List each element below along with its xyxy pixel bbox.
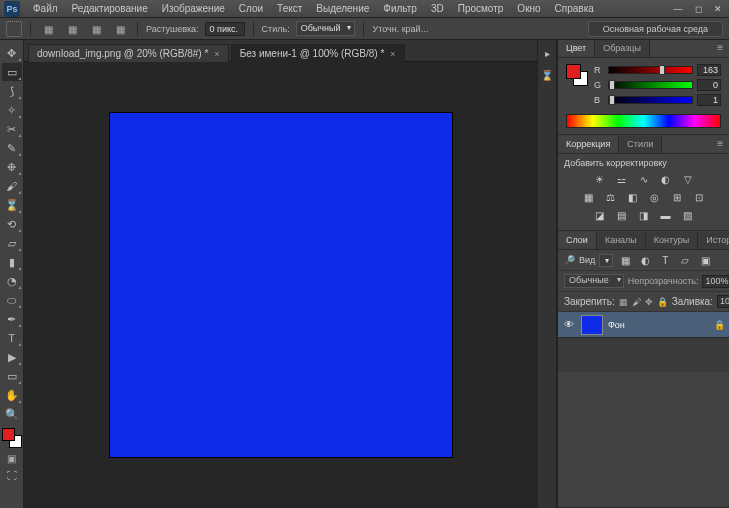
panel-foreground[interactable]	[566, 64, 581, 79]
history-panel-icon[interactable]: ⌛	[540, 68, 554, 82]
marquee-tool[interactable]: ▭	[2, 63, 22, 81]
photo-filter-icon[interactable]: ◎	[647, 190, 663, 204]
vibrance-icon[interactable]: ▽	[680, 172, 696, 186]
blend-mode-select[interactable]: Обычные	[564, 274, 624, 288]
panel-menu-icon[interactable]: ≡	[711, 40, 729, 57]
hue-icon[interactable]: ▦	[581, 190, 597, 204]
eyedropper-tool[interactable]: ✎	[2, 139, 22, 157]
panel-swatches[interactable]	[566, 64, 588, 86]
brightness-icon[interactable]: ☀	[592, 172, 608, 186]
menu-view[interactable]: Просмотр	[451, 1, 511, 16]
history-brush-tool[interactable]: ⟲	[2, 215, 22, 233]
maximize-button[interactable]: ◻	[691, 3, 705, 15]
lock-transparency-icon[interactable]: ▦	[619, 297, 628, 307]
selection-intersect-icon[interactable]: ▦	[111, 23, 129, 37]
type-tool[interactable]: T	[2, 329, 22, 347]
channel-mixer-icon[interactable]: ⊞	[669, 190, 685, 204]
foreground-color[interactable]	[2, 428, 15, 441]
filter-pixel-icon[interactable]: ▦	[617, 253, 633, 267]
r-value[interactable]: 163	[697, 64, 721, 76]
pen-tool[interactable]: ✒	[2, 310, 22, 328]
posterize-icon[interactable]: ▤	[614, 208, 630, 222]
layer-row[interactable]: 👁 Фон 🔒	[558, 312, 729, 338]
workspace-switcher[interactable]: Основная рабочая среда	[588, 21, 723, 37]
lock-pixels-icon[interactable]: 🖌	[632, 297, 641, 307]
tab-paths[interactable]: Контуры	[646, 232, 698, 249]
menu-edit[interactable]: Редактирование	[65, 1, 155, 16]
color-spectrum[interactable]	[566, 114, 721, 128]
gradient-tool[interactable]: ▮	[2, 253, 22, 271]
tab-close-icon[interactable]: ×	[390, 49, 395, 59]
menu-text[interactable]: Текст	[270, 1, 309, 16]
curves-icon[interactable]: ∿	[636, 172, 652, 186]
menu-layers[interactable]: Слои	[232, 1, 270, 16]
lasso-tool[interactable]: ⟆	[2, 82, 22, 100]
tab-styles[interactable]: Стили	[619, 136, 662, 153]
gradient-map-icon[interactable]: ▬	[658, 208, 674, 222]
tab-swatches[interactable]: Образцы	[595, 40, 650, 57]
path-selection-tool[interactable]: ▶	[2, 348, 22, 366]
brush-tool[interactable]: 🖌	[2, 177, 22, 195]
menu-3d[interactable]: 3D	[424, 1, 451, 16]
color-balance-icon[interactable]: ⚖	[603, 190, 619, 204]
visibility-toggle-icon[interactable]: 👁	[562, 319, 576, 330]
tab-close-icon[interactable]: ×	[214, 49, 219, 59]
b-slider[interactable]	[608, 96, 693, 104]
move-tool[interactable]: ✥	[2, 44, 22, 62]
opacity-input[interactable]: 100%	[702, 275, 729, 288]
filter-shape-icon[interactable]: ▱	[677, 253, 693, 267]
minimize-button[interactable]: —	[671, 3, 685, 15]
shape-tool[interactable]: ▭	[2, 367, 22, 385]
r-slider[interactable]	[608, 66, 693, 74]
style-select[interactable]: Обычный	[296, 21, 356, 36]
selective-color-icon[interactable]: ▨	[680, 208, 696, 222]
filter-smart-icon[interactable]: ▣	[697, 253, 713, 267]
expand-dock-icon[interactable]: ▸	[540, 46, 554, 60]
clone-stamp-tool[interactable]: ⌛	[2, 196, 22, 214]
layer-name[interactable]: Фон	[608, 320, 709, 330]
healing-brush-tool[interactable]: ❉	[2, 158, 22, 176]
panel-menu-icon[interactable]: ≡	[711, 136, 729, 153]
fill-input[interactable]: 100%	[717, 295, 729, 308]
lock-all-icon[interactable]: 🔒	[657, 297, 668, 307]
bw-icon[interactable]: ◧	[625, 190, 641, 204]
blur-tool[interactable]: ◔	[2, 272, 22, 290]
threshold-icon[interactable]: ◨	[636, 208, 652, 222]
menu-select[interactable]: Выделение	[309, 1, 376, 16]
filter-type-select[interactable]	[599, 254, 613, 267]
menu-file[interactable]: Файл	[26, 1, 65, 16]
refine-edge-button[interactable]: Уточн. край...	[372, 24, 428, 34]
dodge-tool[interactable]: ⬭	[2, 291, 22, 309]
tab-channels[interactable]: Каналы	[597, 232, 646, 249]
document-canvas[interactable]	[109, 112, 453, 458]
b-value[interactable]: 1	[697, 94, 721, 106]
crop-tool[interactable]: ✂	[2, 120, 22, 138]
eraser-tool[interactable]: ▱	[2, 234, 22, 252]
selection-add-icon[interactable]: ▦	[63, 23, 81, 37]
g-slider[interactable]	[608, 81, 693, 89]
zoom-tool[interactable]: 🔍	[2, 405, 22, 423]
tab-color[interactable]: Цвет	[558, 40, 595, 57]
selection-subtract-icon[interactable]: ▦	[87, 23, 105, 37]
tab-adjustments[interactable]: Коррекция	[558, 136, 619, 153]
g-value[interactable]: 0	[697, 79, 721, 91]
layer-thumbnail[interactable]	[581, 315, 603, 335]
levels-icon[interactable]: ⚍	[614, 172, 630, 186]
filter-adjust-icon[interactable]: ◐	[637, 253, 653, 267]
document-tab[interactable]: Без имени-1 @ 100% (RGB/8) * ×	[231, 44, 405, 62]
menu-window[interactable]: Окно	[510, 1, 547, 16]
magic-wand-tool[interactable]: ✧	[2, 101, 22, 119]
close-button[interactable]: ✕	[711, 3, 725, 15]
exposure-icon[interactable]: ◐	[658, 172, 674, 186]
lock-position-icon[interactable]: ✥	[645, 297, 653, 307]
lookup-icon[interactable]: ⊡	[691, 190, 707, 204]
screen-mode-toggle[interactable]: ⛶	[3, 468, 21, 482]
invert-icon[interactable]: ◪	[592, 208, 608, 222]
selection-new-icon[interactable]: ▦	[39, 23, 57, 37]
menu-help[interactable]: Справка	[548, 1, 601, 16]
filter-type-icon[interactable]: T	[657, 253, 673, 267]
tab-history[interactable]: История	[698, 232, 729, 249]
color-swatches[interactable]	[2, 428, 22, 448]
tab-layers[interactable]: Слои	[558, 232, 597, 249]
document-tab[interactable]: download_img.png @ 20% (RGB/8#) * ×	[28, 44, 229, 62]
